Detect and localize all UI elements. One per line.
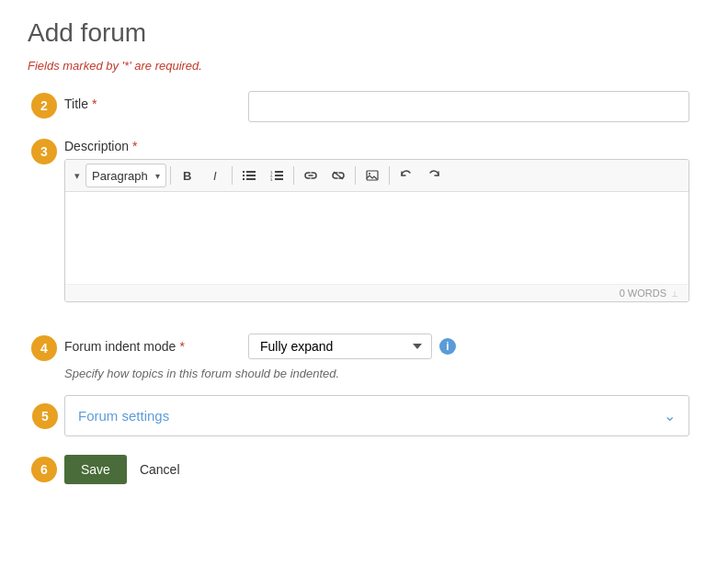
unlink-icon — [332, 171, 345, 180]
save-button[interactable]: Save — [64, 455, 127, 484]
svg-rect-5 — [246, 178, 256, 180]
description-content-area[interactable] — [65, 192, 689, 284]
resize-handle[interactable]: ⟂ — [672, 288, 681, 298]
editor-footer: 0 WORDS ⟂ — [65, 284, 689, 301]
svg-rect-2 — [243, 175, 245, 176]
forum-settings-header[interactable]: Forum settings ⌄ — [65, 396, 689, 435]
description-editor: ▾ Paragraph ▾ B I — [64, 159, 689, 302]
required-note: Fields marked by '*' are required. — [28, 59, 689, 73]
editor-toolbar: ▾ Paragraph ▾ B I — [65, 160, 689, 192]
toolbar-link-button[interactable] — [298, 164, 324, 187]
svg-rect-7 — [275, 171, 283, 173]
undo-icon — [400, 170, 413, 181]
svg-rect-1 — [246, 171, 256, 173]
toolbar-separator-5 — [389, 166, 390, 185]
toolbar-bold-button[interactable]: B — [175, 164, 200, 187]
toolbar-numbered-list-button[interactable]: 1. 2. 3. — [264, 164, 290, 187]
word-count: 0 WORDS — [620, 288, 666, 299]
indent-hint: Specify how topics in this forum should … — [64, 367, 689, 380]
toolbar-separator-4 — [355, 166, 356, 185]
form-actions: 6 Save Cancel — [64, 455, 689, 484]
toolbar-unlink-button[interactable] — [325, 164, 351, 187]
page-title: Add forum — [28, 18, 689, 48]
svg-rect-0 — [243, 171, 245, 173]
svg-rect-3 — [246, 175, 256, 176]
toolbar-separator-3 — [293, 166, 294, 185]
description-label: Description * — [64, 139, 689, 153]
svg-text:3.: 3. — [270, 177, 273, 181]
paragraph-select[interactable]: Paragraph ▾ — [85, 164, 166, 187]
chevron-down-icon: ⌄ — [664, 407, 676, 424]
indent-required-star: * — [179, 339, 184, 354]
indent-info-icon[interactable]: i — [439, 338, 456, 355]
svg-rect-4 — [243, 178, 245, 180]
toolbar-bullet-list-button[interactable] — [236, 164, 262, 187]
link-icon — [304, 171, 317, 180]
indent-label: Forum indent mode * — [64, 339, 248, 354]
title-label: Title * — [64, 91, 248, 111]
step-3-badge: 3 — [31, 139, 57, 164]
image-icon — [366, 170, 379, 181]
description-required-star: * — [132, 139, 137, 153]
numbered-list-icon: 1. 2. 3. — [270, 170, 283, 181]
toolbar-separator-1 — [170, 166, 171, 185]
indent-select[interactable]: Fully expand Collapsed Flat — [248, 334, 432, 359]
toolbar-image-button[interactable] — [359, 164, 385, 187]
step-4-badge: 4 — [31, 335, 57, 361]
title-input[interactable] — [248, 91, 689, 122]
toolbar-format-dropdown-toggle[interactable]: ▾ — [71, 164, 84, 187]
toolbar-redo-button[interactable] — [421, 164, 447, 187]
step-5-badge: 5 — [32, 403, 58, 429]
bullet-list-icon — [243, 170, 256, 181]
svg-rect-9 — [275, 175, 283, 176]
toolbar-undo-button[interactable] — [393, 164, 419, 187]
svg-point-14 — [369, 173, 370, 175]
cancel-button[interactable]: Cancel — [136, 455, 184, 484]
title-required-star: * — [92, 96, 97, 111]
step-6-badge: 6 — [31, 457, 57, 482]
toolbar-italic-button[interactable]: I — [202, 164, 228, 187]
redo-icon — [427, 170, 440, 181]
forum-settings-section: 5 Forum settings ⌄ — [64, 395, 689, 436]
step-2-badge: 2 — [31, 93, 57, 119]
svg-rect-11 — [275, 178, 283, 180]
forum-settings-label: Forum settings — [78, 408, 169, 424]
toolbar-separator-2 — [232, 166, 233, 185]
